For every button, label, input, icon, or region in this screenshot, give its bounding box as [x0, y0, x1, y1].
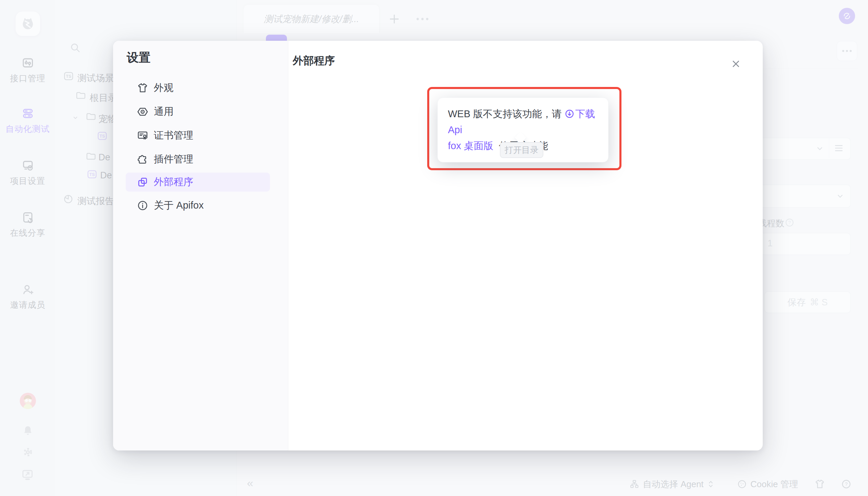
info-circle-icon	[137, 200, 148, 211]
download-circle-icon	[564, 109, 574, 119]
settings-modal: 设置 外观 通用 证书管理 插件管理	[113, 41, 763, 450]
puzzle-icon	[137, 154, 148, 165]
overlap-squares-icon	[137, 176, 148, 188]
settings-item-about[interactable]: 关于 Apifox	[126, 196, 270, 215]
settings-item-plugins[interactable]: 插件管理	[126, 150, 270, 169]
settings-item-general[interactable]: 通用	[126, 102, 270, 121]
settings-sidebar: 设置 外观 通用 证书管理 插件管理	[113, 41, 288, 450]
settings-item-label: 证书管理	[154, 129, 193, 142]
tshirt-icon	[137, 82, 148, 94]
settings-item-external-programs[interactable]: 外部程序	[126, 173, 270, 191]
close-icon	[730, 59, 741, 69]
settings-item-label: 关于 Apifox	[154, 199, 204, 212]
settings-item-label: 通用	[154, 105, 174, 119]
settings-item-label: 外部程序	[154, 175, 193, 189]
tooltip-text-prefix: WEB 版不支持该功能，请	[448, 108, 562, 119]
certificate-icon	[137, 130, 148, 141]
settings-item-certificates[interactable]: 证书管理	[126, 126, 270, 145]
download-link-part2[interactable]: fox 桌面版	[448, 140, 493, 151]
close-button[interactable]	[728, 57, 743, 71]
settings-title: 设置	[127, 50, 151, 65]
settings-item-appearance[interactable]: 外观	[126, 78, 270, 97]
content-title: 外部程序	[293, 54, 335, 68]
settings-item-label: 插件管理	[154, 153, 193, 166]
hex-nut-icon	[137, 106, 148, 118]
open-directory-label: 打开目录	[505, 144, 539, 156]
open-directory-button[interactable]: 打开目录	[500, 142, 543, 158]
settings-item-label: 外观	[154, 81, 174, 95]
